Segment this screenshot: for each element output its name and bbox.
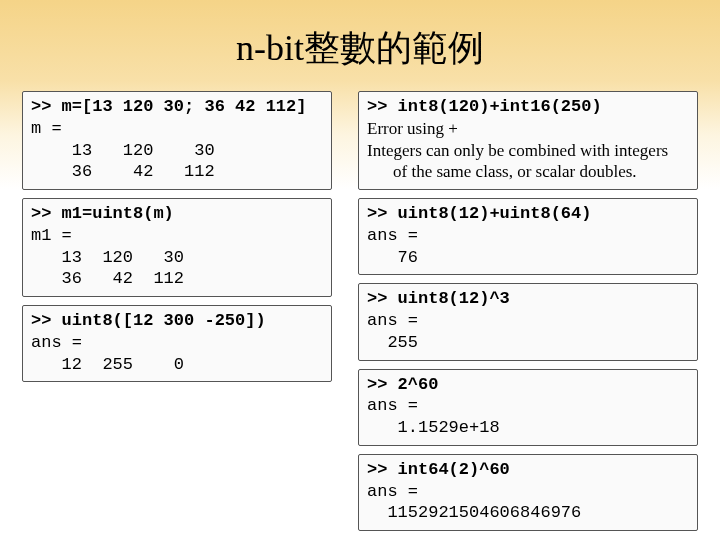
cmd: >> uint8(12)+uint8(64) [367,203,689,225]
code-box-uint8-pow: >> uint8(12)^3 ans = 255 [358,283,698,360]
cmd: >> uint8(12)^3 [367,288,689,310]
out: 13 120 30 [31,247,323,269]
out: 36 42 112 [31,268,323,290]
out: 1152921504606846976 [367,502,689,524]
out: ans = [367,225,689,247]
out: 1.1529e+18 [367,417,689,439]
err: of the same class, or scalar doubles. [367,161,689,183]
code-box-int64-pow: >> int64(2)^60 ans = 1152921504606846976 [358,454,698,531]
code-box-double-pow: >> 2^60 ans = 1.1529e+18 [358,369,698,446]
code-box-m-assign: >> m=[13 120 30; 36 42 112] m = 13 120 3… [22,91,332,190]
cmd: >> m=[13 120 30; 36 42 112] [31,96,323,118]
out: ans = [367,481,689,503]
cmd: >> uint8([12 300 -250]) [31,310,323,332]
out: ans = [367,395,689,417]
out: ans = [367,310,689,332]
cmd: >> int64(2)^60 [367,459,689,481]
code-box-mixed-int: >> int8(120)+int16(250) Error using + In… [358,91,698,190]
cmd: >> int8(120)+int16(250) [367,96,689,118]
out: 12 255 0 [31,354,323,376]
slide-title: n-bit整數的範例 [0,0,720,91]
code-box-uint8-array: >> uint8([12 300 -250]) ans = 12 255 0 [22,305,332,382]
left-column: >> m=[13 120 30; 36 42 112] m = 13 120 3… [22,91,332,531]
cmd: >> 2^60 [367,374,689,396]
code-box-uint8-m: >> m1=uint8(m) m1 = 13 120 30 36 42 112 [22,198,332,297]
err: Integers can only be combined with integ… [367,140,689,162]
code-box-uint8-add: >> uint8(12)+uint8(64) ans = 76 [358,198,698,275]
out: ans = [31,332,323,354]
right-column: >> int8(120)+int16(250) Error using + In… [358,91,698,531]
cmd: >> m1=uint8(m) [31,203,323,225]
out: m1 = [31,225,323,247]
out: 13 120 30 [31,140,323,162]
content-area: >> m=[13 120 30; 36 42 112] m = 13 120 3… [0,91,720,531]
out: m = [31,118,323,140]
out: 255 [367,332,689,354]
err: Error using + [367,118,689,140]
out: 76 [367,247,689,269]
out: 36 42 112 [31,161,323,183]
